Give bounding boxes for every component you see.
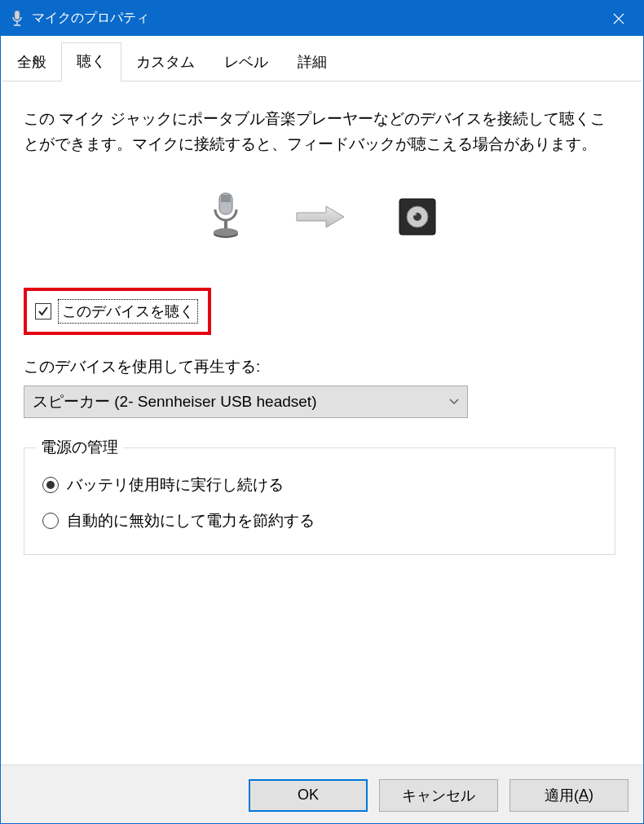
close-button[interactable] <box>594 1 643 36</box>
playback-device-value: スピーカー (2- Sennheiser USB headset) <box>33 391 316 412</box>
radio-continue-label: バッテリ使用時に実行し続ける <box>67 474 284 496</box>
tab-advanced[interactable]: 詳細 <box>283 44 342 82</box>
power-management-group: 電源の管理 バッテリ使用時に実行し続ける 自動的に無効にして電力を節約する <box>24 447 615 555</box>
title-bar: マイクのプロパティ <box>1 1 643 36</box>
speaker-icon <box>396 196 439 240</box>
diagram <box>24 182 620 255</box>
dialog-footer: OK キャンセル 適用(A) <box>1 765 643 824</box>
cancel-button[interactable]: キャンセル <box>379 779 498 812</box>
arrow-right-icon <box>295 205 347 231</box>
svg-rect-0 <box>15 11 20 20</box>
radio-row-continue: バッテリ使用時に実行し続ける <box>42 474 597 496</box>
apply-button-accel: A <box>579 787 589 804</box>
listen-checkbox-highlight: このデバイスを聴く <box>24 288 211 335</box>
tab-general[interactable]: 全般 <box>2 44 61 82</box>
mic-icon <box>11 10 24 28</box>
svg-point-9 <box>214 228 238 236</box>
tab-content: この マイク ジャックにポータブル音楽プレーヤーなどのデバイスを接続して聴くこと… <box>1 82 643 765</box>
playback-device-combo[interactable]: スピーカー (2- Sennheiser USB headset) <box>24 386 468 418</box>
ok-button-label: OK <box>298 787 319 804</box>
window-title: マイクのプロパティ <box>32 10 594 27</box>
svg-rect-6 <box>221 195 231 202</box>
tab-listen[interactable]: 聴く <box>61 42 121 82</box>
playback-device-label: このデバイスを使用して再生する: <box>24 356 620 377</box>
power-management-legend: 電源の管理 <box>36 437 123 458</box>
listen-checkbox[interactable] <box>35 303 51 319</box>
apply-button-suffix: ) <box>589 787 593 804</box>
radio-continue[interactable] <box>42 477 59 493</box>
chevron-down-icon <box>449 396 459 408</box>
radio-disable[interactable] <box>42 513 59 529</box>
apply-button-prefix: 適用( <box>545 786 579 805</box>
ok-button[interactable]: OK <box>249 779 368 812</box>
tab-levels[interactable]: レベル <box>210 44 283 82</box>
radio-disable-label: 自動的に無効にして電力を節約する <box>67 510 315 531</box>
tab-custom[interactable]: カスタム <box>121 44 210 82</box>
radio-row-disable: 自動的に無効にして電力を節約する <box>42 510 597 531</box>
cancel-button-label: キャンセル <box>402 786 475 805</box>
tab-row: 全般 聴く カスタム レベル 詳細 <box>1 36 643 82</box>
apply-button[interactable]: 適用(A) <box>509 779 629 812</box>
svg-point-15 <box>413 214 417 216</box>
client-area: 全般 聴く カスタム レベル 詳細 この マイク ジャックにポータブル音楽プレー… <box>1 36 643 824</box>
mic-large-icon <box>205 192 246 245</box>
listen-checkbox-label: このデバイスを聴く <box>58 299 198 324</box>
listen-description: この マイク ジャックにポータブル音楽プレーヤーなどのデバイスを接続して聴くこと… <box>24 106 620 157</box>
